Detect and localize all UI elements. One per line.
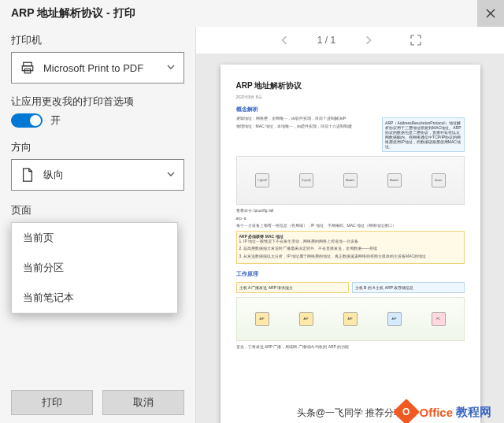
pages-option-current-section[interactable]: 当前分区: [12, 253, 177, 283]
doc-diagram-2: ARP ARP ARP ARP PC: [236, 297, 465, 341]
cancel-button[interactable]: 取消: [102, 390, 184, 415]
apps-change-label: 让应用更改我的打印首选项: [11, 95, 184, 109]
svg-rect-1: [22, 66, 33, 71]
pages-option-current-page[interactable]: 当前页: [12, 223, 177, 253]
window-title: ARP 地址解析协议 - 打印: [11, 6, 135, 20]
printer-label: 打印机: [11, 33, 184, 47]
doc-cmd-label: 查看命令: ipconfig /all: [236, 208, 465, 214]
orientation-select[interactable]: 纵向: [11, 159, 184, 191]
watermark-t2: 教程网: [456, 405, 491, 420]
printer-value: Microsoft Print to PDF: [43, 62, 143, 74]
orientation-value: 纵向: [43, 168, 64, 182]
preview-toolbar: 1 / 1: [196, 27, 504, 54]
pages-option-current-notebook[interactable]: 当前笔记本: [12, 283, 177, 313]
chevron-down-icon: [166, 62, 176, 74]
doc-callout: ARP 必须获得 MAC 地址 1. IP 地址一般情况下不会发生变动，网络层的…: [236, 231, 465, 265]
pages-label: 页面: [11, 203, 184, 217]
toggle-state: 开: [50, 113, 61, 128]
office-logo-icon: O: [394, 399, 421, 423]
apps-toggle[interactable]: [11, 113, 43, 128]
doc-diagram-1: 广告代理应用程序 Rooter1Rooter2Server: [236, 156, 465, 205]
preview-area[interactable]: ARP 地址解析协议 2020年8月 8日 概念解析 ARP（AddressRe…: [196, 54, 504, 423]
doc-title: ARP 地址解析协议: [236, 80, 465, 91]
pages-section: 页面: [11, 203, 184, 222]
doc-box2b: 主机 B 的 A 主机 ARP 表存储信息: [352, 282, 465, 293]
close-icon: [486, 9, 495, 18]
pages-dropdown: 当前页 当前分区 当前笔记本: [11, 222, 178, 314]
orientation-section: 方向 纵向: [11, 140, 184, 191]
dialog-body: 打印机 Microsoft Print to PDF 让应用更改我的打印首选项 …: [0, 27, 504, 423]
settings-panel: 打印机 Microsoft Print to PDF 让应用更改我的打印首选项 …: [0, 27, 195, 423]
printer-select[interactable]: Microsoft Print to PDF: [11, 52, 184, 83]
print-button[interactable]: 打印: [11, 390, 93, 415]
watermark-t1: Office: [419, 406, 453, 419]
close-button[interactable]: [477, 0, 504, 27]
doc-p4: 首先，它将发送 ARP 广播，局域网 广播域内 均收到 ARP 的功能: [236, 344, 465, 351]
bottom-caption: 头条@一飞同学 推荐分享: [297, 406, 404, 420]
next-page-button[interactable]: [362, 34, 375, 46]
preview-page: ARP 地址解析协议 2020年8月 8日 概念解析 ARP（AddressRe…: [220, 65, 480, 423]
doc-section-1: 概念解析: [236, 106, 465, 113]
doc-box2a: 主机 A 广播发送 ARP 请求报文: [236, 282, 349, 293]
page-icon: [20, 167, 35, 183]
preview-panel: 1 / 1 ARP 地址解析协议 2020年8月 8日 概念解析 ARP（Add…: [195, 27, 504, 423]
fullscreen-button[interactable]: [410, 34, 422, 46]
doc-date: 2020年8月 8日: [236, 95, 465, 99]
prev-page-button[interactable]: [278, 34, 291, 46]
footer-buttons: 打印 取消: [11, 384, 184, 415]
doc-info-box: ARP（AddressResolutionProtocol）地址解析协议用于三层…: [382, 117, 464, 152]
doc-p3: 每个一台设备上都有一组信息（在局域）：IP 地址、子网掩码、MAC 地址（网络地…: [236, 223, 465, 229]
printer-icon: [20, 60, 35, 76]
svg-rect-0: [24, 62, 32, 66]
doc-cmd: arp -a: [236, 216, 465, 222]
watermark: O Office教程网: [397, 403, 491, 421]
page-counter: 1 / 1: [317, 35, 335, 46]
toggle-row: 开: [11, 113, 184, 128]
title-bar: ARP 地址解析协议 - 打印: [0, 0, 504, 27]
orientation-label: 方向: [11, 140, 184, 154]
chevron-down-icon: [166, 169, 176, 181]
print-dialog: ARP 地址解析协议 - 打印 打印机 Microsoft Print to P…: [0, 0, 504, 423]
doc-section-2: 工作原理: [236, 270, 465, 278]
